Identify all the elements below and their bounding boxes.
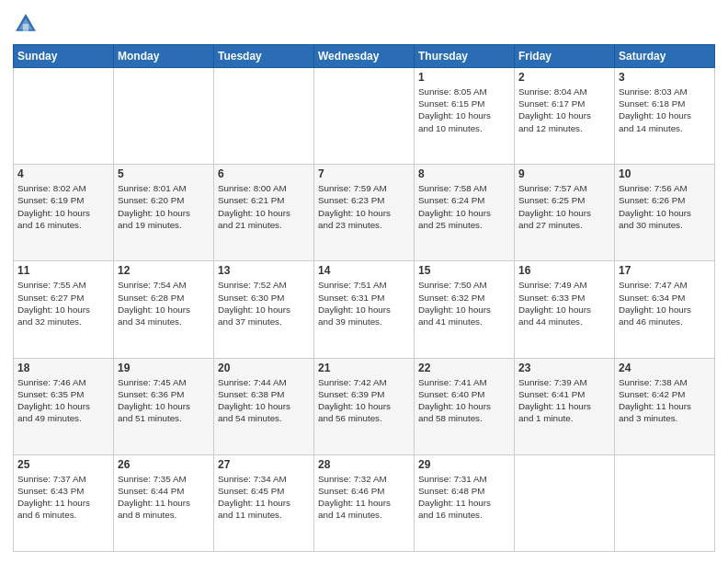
calendar-week-3: 11Sunrise: 7:55 AM Sunset: 6:27 PM Dayli…: [14, 261, 715, 358]
day-info: Sunrise: 7:49 AM Sunset: 6:33 PM Dayligh…: [518, 279, 610, 327]
calendar-cell: 9Sunrise: 7:57 AM Sunset: 6:25 PM Daylig…: [515, 165, 615, 261]
day-info: Sunrise: 7:50 AM Sunset: 6:32 PM Dayligh…: [418, 279, 510, 327]
calendar-week-5: 25Sunrise: 7:37 AM Sunset: 6:43 PM Dayli…: [14, 454, 715, 551]
logo: [13, 11, 42, 37]
day-info: Sunrise: 7:35 AM Sunset: 6:44 PM Dayligh…: [118, 473, 210, 522]
calendar-cell: 26Sunrise: 7:35 AM Sunset: 6:44 PM Dayli…: [114, 454, 214, 551]
calendar-week-1: 1Sunrise: 8:05 AM Sunset: 6:15 PM Daylig…: [14, 68, 715, 165]
day-number: 19: [118, 362, 210, 374]
weekday-thursday: Thursday: [415, 45, 515, 68]
calendar-cell: 18Sunrise: 7:46 AM Sunset: 6:35 PM Dayli…: [14, 358, 114, 454]
weekday-monday: Monday: [114, 45, 214, 68]
calendar-header: SundayMondayTuesdayWednesdayThursdayFrid…: [14, 45, 715, 68]
day-number: 21: [318, 362, 410, 374]
day-info: Sunrise: 7:34 AM Sunset: 6:45 PM Dayligh…: [218, 473, 310, 522]
calendar-cell: 10Sunrise: 7:56 AM Sunset: 6:26 PM Dayli…: [615, 165, 715, 261]
day-number: 22: [418, 362, 510, 374]
day-info: Sunrise: 7:47 AM Sunset: 6:34 PM Dayligh…: [619, 279, 711, 327]
day-number: 2: [518, 71, 610, 84]
day-info: Sunrise: 7:51 AM Sunset: 6:31 PM Dayligh…: [318, 279, 410, 327]
day-number: 20: [218, 362, 310, 374]
day-number: 18: [17, 362, 109, 374]
header: [13, 11, 715, 37]
day-info: Sunrise: 7:38 AM Sunset: 6:42 PM Dayligh…: [619, 376, 711, 425]
weekday-tuesday: Tuesday: [214, 45, 314, 68]
day-info: Sunrise: 7:37 AM Sunset: 6:43 PM Dayligh…: [17, 473, 109, 522]
day-number: 10: [619, 167, 711, 180]
day-info: Sunrise: 8:03 AM Sunset: 6:18 PM Dayligh…: [619, 86, 711, 134]
day-number: 13: [218, 264, 310, 277]
day-number: 27: [218, 458, 310, 471]
weekday-sunday: Sunday: [14, 45, 114, 68]
calendar-cell: 8Sunrise: 7:58 AM Sunset: 6:24 PM Daylig…: [415, 165, 515, 261]
day-number: 12: [118, 264, 210, 277]
day-info: Sunrise: 8:01 AM Sunset: 6:20 PM Dayligh…: [118, 182, 210, 231]
calendar-cell: 5Sunrise: 8:01 AM Sunset: 6:20 PM Daylig…: [114, 165, 214, 261]
day-number: 9: [518, 167, 610, 180]
day-number: 26: [118, 458, 210, 471]
day-info: Sunrise: 7:46 AM Sunset: 6:35 PM Dayligh…: [17, 376, 109, 425]
day-number: 3: [619, 71, 711, 84]
day-number: 4: [17, 167, 109, 180]
calendar-table: SundayMondayTuesdayWednesdayThursdayFrid…: [13, 44, 715, 552]
day-info: Sunrise: 7:54 AM Sunset: 6:28 PM Dayligh…: [118, 279, 210, 327]
calendar-cell: 1Sunrise: 8:05 AM Sunset: 6:15 PM Daylig…: [415, 68, 515, 165]
day-info: Sunrise: 7:41 AM Sunset: 6:40 PM Dayligh…: [418, 376, 510, 425]
weekday-header-row: SundayMondayTuesdayWednesdayThursdayFrid…: [14, 45, 715, 68]
day-info: Sunrise: 8:00 AM Sunset: 6:21 PM Dayligh…: [218, 182, 310, 231]
day-info: Sunrise: 8:02 AM Sunset: 6:19 PM Dayligh…: [17, 182, 109, 231]
calendar-cell: [515, 454, 615, 551]
calendar-cell: [214, 68, 314, 165]
day-info: Sunrise: 7:59 AM Sunset: 6:23 PM Dayligh…: [318, 182, 410, 231]
day-number: 5: [118, 167, 210, 180]
day-info: Sunrise: 7:31 AM Sunset: 6:48 PM Dayligh…: [418, 473, 510, 522]
calendar-cell: 20Sunrise: 7:44 AM Sunset: 6:38 PM Dayli…: [214, 358, 314, 454]
day-info: Sunrise: 7:52 AM Sunset: 6:30 PM Dayligh…: [218, 279, 310, 327]
calendar-cell: 17Sunrise: 7:47 AM Sunset: 6:34 PM Dayli…: [615, 261, 715, 358]
calendar-cell: 6Sunrise: 8:00 AM Sunset: 6:21 PM Daylig…: [214, 165, 314, 261]
weekday-friday: Friday: [515, 45, 615, 68]
day-info: Sunrise: 7:45 AM Sunset: 6:36 PM Dayligh…: [118, 376, 210, 425]
calendar-cell: [14, 68, 114, 165]
calendar-body: 1Sunrise: 8:05 AM Sunset: 6:15 PM Daylig…: [14, 68, 715, 552]
calendar-cell: 27Sunrise: 7:34 AM Sunset: 6:45 PM Dayli…: [214, 454, 314, 551]
calendar-cell: 28Sunrise: 7:32 AM Sunset: 6:46 PM Dayli…: [314, 454, 415, 551]
day-number: 6: [218, 167, 310, 180]
day-number: 8: [418, 167, 510, 180]
calendar-cell: 25Sunrise: 7:37 AM Sunset: 6:43 PM Dayli…: [14, 454, 114, 551]
day-number: 11: [17, 264, 109, 277]
day-info: Sunrise: 7:32 AM Sunset: 6:46 PM Dayligh…: [318, 473, 410, 522]
day-info: Sunrise: 8:05 AM Sunset: 6:15 PM Dayligh…: [418, 86, 510, 134]
calendar-cell: 12Sunrise: 7:54 AM Sunset: 6:28 PM Dayli…: [114, 261, 214, 358]
day-info: Sunrise: 7:58 AM Sunset: 6:24 PM Dayligh…: [418, 182, 510, 231]
logo-icon: [13, 11, 39, 37]
day-number: 1: [418, 71, 510, 84]
page: SundayMondayTuesdayWednesdayThursdayFrid…: [0, 0, 728, 563]
calendar-cell: 24Sunrise: 7:38 AM Sunset: 6:42 PM Dayli…: [615, 358, 715, 454]
day-number: 15: [418, 264, 510, 277]
day-number: 7: [318, 167, 410, 180]
day-info: Sunrise: 7:42 AM Sunset: 6:39 PM Dayligh…: [318, 376, 410, 425]
calendar-cell: 13Sunrise: 7:52 AM Sunset: 6:30 PM Dayli…: [214, 261, 314, 358]
weekday-wednesday: Wednesday: [314, 45, 415, 68]
calendar-cell: 21Sunrise: 7:42 AM Sunset: 6:39 PM Dayli…: [314, 358, 415, 454]
svg-rect-2: [23, 24, 28, 31]
calendar-cell: 15Sunrise: 7:50 AM Sunset: 6:32 PM Dayli…: [415, 261, 515, 358]
day-info: Sunrise: 7:55 AM Sunset: 6:27 PM Dayligh…: [17, 279, 109, 327]
day-info: Sunrise: 8:04 AM Sunset: 6:17 PM Dayligh…: [518, 86, 610, 134]
calendar-cell: 29Sunrise: 7:31 AM Sunset: 6:48 PM Dayli…: [415, 454, 515, 551]
day-number: 29: [418, 458, 510, 471]
calendar-cell: 7Sunrise: 7:59 AM Sunset: 6:23 PM Daylig…: [314, 165, 415, 261]
calendar-cell: 11Sunrise: 7:55 AM Sunset: 6:27 PM Dayli…: [14, 261, 114, 358]
calendar-week-2: 4Sunrise: 8:02 AM Sunset: 6:19 PM Daylig…: [14, 165, 715, 261]
calendar-cell: 14Sunrise: 7:51 AM Sunset: 6:31 PM Dayli…: [314, 261, 415, 358]
day-number: 24: [619, 362, 711, 374]
calendar-cell: [314, 68, 415, 165]
calendar-cell: 19Sunrise: 7:45 AM Sunset: 6:36 PM Dayli…: [114, 358, 214, 454]
day-number: 25: [17, 458, 109, 471]
day-number: 17: [619, 264, 711, 277]
calendar-cell: 22Sunrise: 7:41 AM Sunset: 6:40 PM Dayli…: [415, 358, 515, 454]
calendar-cell: 2Sunrise: 8:04 AM Sunset: 6:17 PM Daylig…: [515, 68, 615, 165]
day-info: Sunrise: 7:56 AM Sunset: 6:26 PM Dayligh…: [619, 182, 711, 231]
weekday-saturday: Saturday: [615, 45, 715, 68]
